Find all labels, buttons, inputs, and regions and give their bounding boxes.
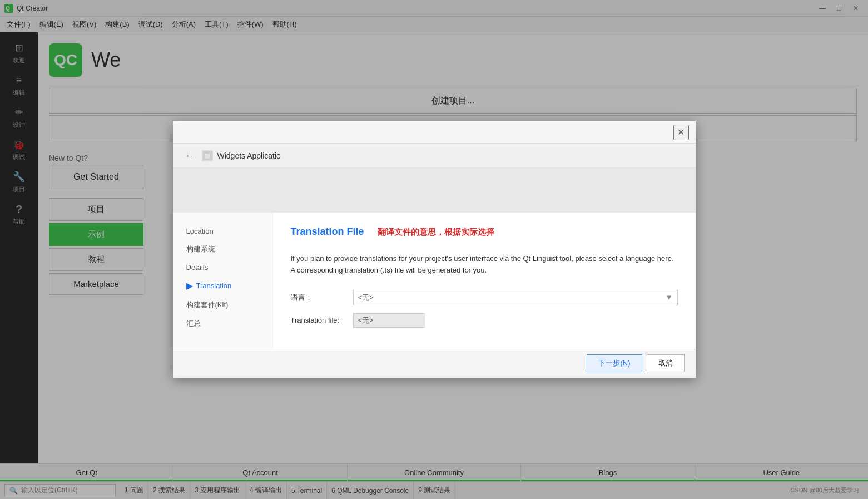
language-select-value: <无> xyxy=(358,293,374,303)
dialog-nav-summary[interactable]: 汇总 xyxy=(182,315,264,332)
language-label: 语言： xyxy=(291,293,346,303)
dropdown-arrow-icon: ▼ xyxy=(666,293,673,302)
dialog-main: Translation File 翻译文件的意思，根据实际选择 If you p… xyxy=(273,213,696,349)
language-select[interactable]: <无> ▼ xyxy=(353,290,678,305)
dialog-nav-location[interactable]: Location xyxy=(182,224,264,239)
dialog-close-button[interactable]: ✕ xyxy=(673,125,689,140)
dialog-overlay: ✕ ← ⬜ Widgets Applicatio Location 构建系统 xyxy=(0,0,868,499)
details-label: Details xyxy=(186,263,209,271)
build-system-label: 构建系统 xyxy=(186,244,215,254)
dialog-nav-build-system[interactable]: 构建系统 xyxy=(182,241,264,258)
translation-file-label: Translation file: xyxy=(291,316,346,324)
location-label: Location xyxy=(186,227,214,235)
dialog-back-button[interactable]: ← xyxy=(182,150,197,162)
dialog-nav-icon: ⬜ xyxy=(202,150,213,161)
main-header-row: Translation File 翻译文件的意思，根据实际选择 xyxy=(291,226,678,246)
translation-file-row: Translation file: <无> xyxy=(291,313,678,328)
cancel-button[interactable]: 取消 xyxy=(647,354,685,372)
dialog-nav-kit[interactable]: 构建套件(Kit) xyxy=(182,297,264,313)
translation-label: Translation xyxy=(196,281,232,290)
dialog-footer: 下一步(N) 取消 xyxy=(173,349,696,378)
dialog-nav-title: Widgets Applicatio xyxy=(217,151,281,160)
svg-text:⬜: ⬜ xyxy=(204,153,211,160)
next-button[interactable]: 下一步(N) xyxy=(587,354,642,372)
translation-file-value: <无> xyxy=(353,313,425,328)
summary-label: 汇总 xyxy=(186,319,201,329)
kit-label: 构建套件(Kit) xyxy=(186,300,229,310)
dialog-nav-details[interactable]: Details xyxy=(182,260,264,275)
dialog-banner xyxy=(173,168,696,213)
dialog-body: Location 构建系统 Details ▶ Translation 构建套件… xyxy=(173,213,696,349)
dialog: ✕ ← ⬜ Widgets Applicatio Location 构建系统 xyxy=(173,121,696,378)
dialog-sidebar: Location 构建系统 Details ▶ Translation 构建套件… xyxy=(173,213,273,349)
dialog-titlebar: ✕ xyxy=(173,121,696,144)
section-title: Translation File xyxy=(291,226,364,238)
language-row: 语言： <无> ▼ xyxy=(291,290,678,305)
dialog-nav: ← ⬜ Widgets Applicatio xyxy=(173,144,696,168)
section-subtitle: 翻译文件的意思，根据实际选择 xyxy=(378,227,494,238)
active-arrow-icon: ▶ xyxy=(186,280,193,291)
section-desc: If you plan to provide translations for … xyxy=(291,253,678,276)
dialog-nav-translation[interactable]: ▶ Translation xyxy=(182,277,264,294)
